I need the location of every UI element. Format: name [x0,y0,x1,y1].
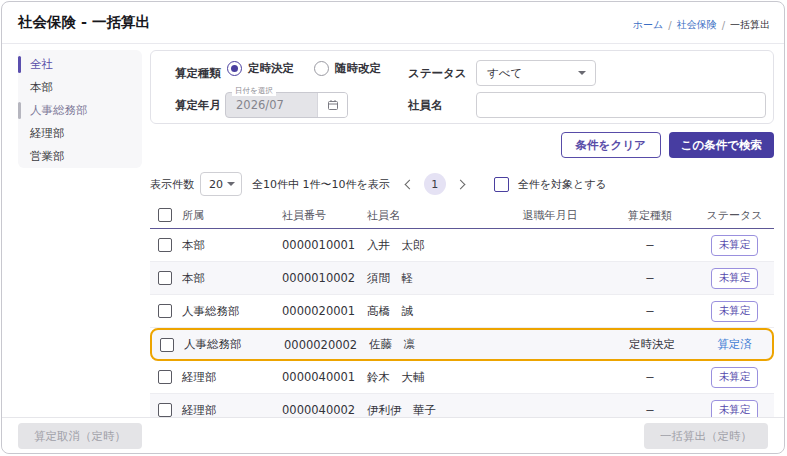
filter-panel: 算定種類 定時決定随時改定 ステータス すべて 算定年月 日付を選択 2026/… [150,50,774,124]
cell-calc-type: − [605,403,695,417]
employee-name-input[interactable] [476,92,766,118]
breadcrumb-current: 一括算出 [730,18,770,32]
sidebar-item-eigyo[interactable]: 営業部 [18,145,142,168]
chevron-down-icon [227,182,235,186]
status-badge: 未算定 [711,301,759,322]
sidebar-item-label: 経理部 [30,126,65,141]
col-status: ステータス [695,208,774,223]
row-checkbox[interactable] [160,338,174,352]
page-header: 社会保険 - 一括算出 ホーム/社会保険/一括算出 [2,2,784,44]
calc-type-value: − [645,370,655,384]
col-retire-date: 退職年月日 [495,208,605,223]
filter-actions: 条件をクリア この条件で検索 [150,132,774,158]
cell-emp-no: 0000020001 [280,304,365,318]
department-sidebar: 全社本部人事総務部経理部営業部 [18,50,142,168]
table-row: 人事総務部0000020002佐藤 凛定時決定算定済 [150,328,774,361]
cell-status: 未算定 [695,301,774,322]
employee-table: 所属社員番号社員名退職年月日算定種類ステータス 本部0000010001入井 太… [150,202,774,427]
sidebar-item-zensha[interactable]: 全社 [18,53,142,76]
breadcrumb-link[interactable]: 社会保険 [677,18,717,32]
status-badge: 未算定 [711,235,759,256]
page-size-select[interactable]: 20 [200,172,242,196]
status-badge: 未算定 [711,268,759,289]
header-checkbox-cell [150,208,180,222]
employee-name-label: 社員名 [408,98,443,113]
row-checkbox[interactable] [158,271,172,285]
cell-emp-no: 0000010002 [280,271,365,285]
col-calc-type: 算定種類 [605,208,695,223]
table-header-row: 所属社員番号社員名退職年月日算定種類ステータス [150,202,774,229]
row-checkbox[interactable] [158,370,172,384]
cell-name: 髙橋 誠 [365,304,495,319]
prev-page-icon[interactable] [404,179,414,189]
sidebar-item-label: 本部 [30,80,53,95]
next-page-icon[interactable] [455,179,465,189]
cell-dept: 人事総務部 [180,304,280,319]
cell-name: 伊利伊 華子 [365,403,495,418]
sidebar-item-keiri[interactable]: 経理部 [18,122,142,145]
calc-type-value: − [645,304,655,318]
pagination: 1 [406,173,464,195]
sidebar-item-label: 全社 [30,57,53,72]
status-label: ステータス [408,66,467,81]
row-checkbox[interactable] [158,304,172,318]
breadcrumb-separator: / [668,20,671,31]
calc-type-radio-1[interactable]: 随時改定 [314,61,381,76]
row-checkbox[interactable] [158,238,172,252]
clear-filters-button[interactable]: 条件をクリア [561,132,661,158]
table-row: 本部0000010001入井 太郎−未算定 [150,229,774,262]
status-link[interactable]: 算定済 [717,337,752,351]
select-all-group: 全件を対象とする [494,177,607,192]
search-button[interactable]: この条件で検索 [669,132,774,158]
cancel-calculation-button[interactable]: 算定取消（定時） [18,423,142,449]
calc-type-label: 算定種類 [175,66,221,81]
select-all-rows-checkbox[interactable] [158,208,172,222]
select-all-label: 全件を対象とする [518,177,607,192]
calc-type-radio-0[interactable]: 定時決定 [227,61,294,76]
col-emp-no: 社員番号 [280,208,365,223]
page-number[interactable]: 1 [424,173,446,195]
row-checkbox-cell [150,238,180,252]
sidebar-item-jinji-soumu[interactable]: 人事総務部 [18,99,142,122]
row-checkbox[interactable] [158,403,172,417]
row-checkbox-cell [150,304,180,318]
row-checkbox-cell [152,338,182,352]
calendar-button[interactable] [317,93,347,117]
cell-status: 未算定 [695,268,774,289]
breadcrumb: ホーム/社会保険/一括算出 [633,18,770,32]
cell-calc-type: − [605,304,695,318]
footer-action-bar: 算定取消（定時） 一括算出（定時） [2,417,784,453]
cell-name: 入井 太郎 [365,238,495,253]
radio-label: 定時決定 [248,61,294,76]
sidebar-item-honbu[interactable]: 本部 [18,76,142,99]
select-all-checkbox[interactable] [494,177,509,192]
cell-name: 須間 軽 [365,271,495,286]
calc-type-value: − [645,403,655,417]
list-controls: 表示件数 20 全10件中 1件〜10件を表示 1 全件を対象とする [150,172,774,196]
calc-type-value: 定時決定 [629,337,675,351]
cell-calc-type: − [605,271,695,285]
cell-emp-no: 0000010001 [280,238,365,252]
table-row: 本部0000010002須間 軽−未算定 [150,262,774,295]
calc-type-value: − [645,238,655,252]
radio-unselected-icon [314,61,329,76]
scroll-indicator [18,102,21,119]
cell-emp-no: 0000040002 [280,403,365,417]
page-title: 社会保険 - 一括算出 [18,13,150,32]
cell-emp-no: 0000040001 [280,370,365,384]
chevron-down-icon [578,71,586,75]
cell-calc-type: 定時決定 [607,337,697,352]
status-select[interactable]: すべて [476,60,596,86]
main-window: 社会保険 - 一括算出 ホーム/社会保険/一括算出 全社本部人事総務部経理部営業… [1,1,785,454]
page-size-label: 表示件数 [150,177,194,192]
cell-dept: 本部 [180,238,280,253]
breadcrumb-link[interactable]: ホーム [633,18,663,32]
col-dept: 所属 [180,208,280,223]
table-row: 経理部0000040001鈴木 大輔−未算定 [150,361,774,394]
cell-calc-type: − [605,238,695,252]
batch-calculate-button[interactable]: 一括算出（定時） [644,423,768,449]
date-field-floating-label: 日付を選択 [232,86,276,96]
cell-dept: 本部 [180,271,280,286]
calc-type-radio-group: 定時決定随時改定 [227,61,381,76]
cell-status: 未算定 [695,367,774,388]
